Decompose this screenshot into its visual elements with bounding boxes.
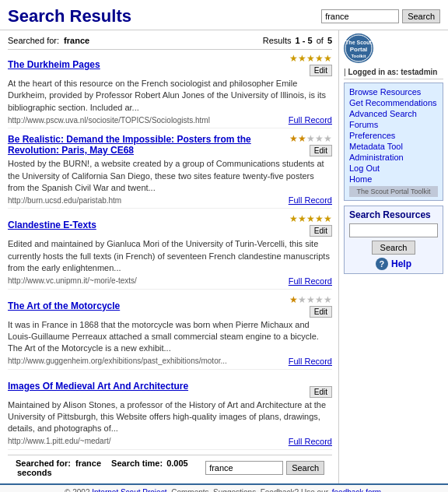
result-item: Images Of Medieval Art And Architecture …	[8, 374, 332, 450]
result-stars-2: ★★★★★	[289, 133, 332, 144]
result-url-5: http://www.1.pitt.edu/~medart/	[8, 437, 111, 445]
footer-line1: © 2002 Internet Scout Project Comments, …	[8, 488, 440, 492]
nav-log-out[interactable]: Log Out	[349, 163, 438, 174]
top-search-input[interactable]	[321, 9, 399, 23]
logged-in-user: testadmin	[401, 68, 437, 76]
nav-administration[interactable]: Administration	[349, 152, 438, 163]
result-rating-edit-4: ★★★★★ Edit	[285, 294, 332, 318]
result-title-3[interactable]: Clandestine E-Texts	[8, 220, 96, 230]
footer-feedback-link[interactable]: feedback form	[332, 488, 381, 492]
result-item: The Art of the Motorcycle ★★★★★ Edit It …	[8, 294, 332, 370]
result-rating-edit-3: ★★★★★ Edit	[285, 213, 332, 237]
result-url-row-1: http://www.pscw.uva.nl/sociosite/TOPICS/…	[8, 115, 332, 125]
result-item: The Durkheim Pages ★★★★★ Edit At the hea…	[8, 53, 332, 128]
result-full-record-1[interactable]: Full Record	[289, 115, 332, 125]
result-desc-3: Edited and maintained by Gianluca Mori o…	[8, 238, 332, 274]
page-title: Search Results	[8, 6, 321, 26]
top-search-button[interactable]: Search	[402, 9, 440, 23]
nav-home[interactable]: Home	[349, 174, 438, 184]
results-of: of	[317, 36, 324, 45]
result-full-record-2[interactable]: Full Record	[289, 195, 332, 205]
search-resources-title: Search Resources	[349, 209, 438, 220]
result-title-1[interactable]: The Durkheim Pages	[8, 59, 100, 70]
results-label: Results	[263, 36, 292, 45]
bottom-search-time-unit: seconds	[17, 468, 52, 477]
bottom-search-time-value: 0.005	[166, 459, 188, 468]
bottom-search-form: Search	[205, 461, 324, 475]
result-desc-2: Hosted by the BURN!, a website created b…	[8, 158, 332, 194]
result-desc-5: Maintained by Alison Stones, a professor…	[8, 399, 332, 435]
nav-metadata-tool[interactable]: Metadata Tool	[349, 141, 438, 152]
result-full-record-5[interactable]: Full Record	[289, 437, 332, 446]
nav-menu-footer: The Scout Portal Toolkit	[349, 186, 438, 197]
result-item: Be Realistic: Demand the Impossible: Pos…	[8, 133, 332, 209]
footer-copyright: © 2002	[65, 488, 89, 492]
search-resources-box: Search Resources Search ? Help	[344, 206, 443, 274]
nav-get-recommendations[interactable]: Get Recommendations	[349, 97, 438, 108]
bottom-search-button[interactable]: Search	[286, 461, 324, 475]
result-edit-button-5[interactable]: Edit	[310, 386, 332, 398]
nav-forums[interactable]: Forums	[349, 119, 438, 130]
footer-feedback-text: Comments, Suggestions, Feedback? Use our	[171, 488, 328, 492]
result-url-2: http://burn.ucsd.edu/paristab.htm	[8, 196, 121, 205]
result-title-4[interactable]: The Art of the Motorcycle	[8, 300, 120, 311]
result-stars-1: ★★★★★	[289, 53, 332, 64]
help-icon: ?	[376, 258, 388, 270]
result-rating-edit-5: Edit	[285, 374, 332, 398]
svg-text:Toolkit: Toolkit	[351, 54, 366, 58]
result-rating-edit-1: ★★★★★ Edit	[285, 53, 332, 76]
help-row: ? Help	[349, 258, 438, 270]
result-url-1: http://www.pscw.uva.nl/sociosite/TOPICS/…	[8, 116, 210, 125]
sidebar: The Scout Portal Toolkit | Logged in as:…	[339, 30, 448, 483]
result-edit-button-3[interactable]: Edit	[310, 225, 332, 237]
logged-in-bar: | Logged in as: testadmin	[344, 68, 443, 79]
search-resources-input[interactable]	[349, 223, 438, 237]
result-edit-button-2[interactable]: Edit	[310, 145, 332, 156]
bottom-search-time-label: Search time:	[111, 459, 163, 468]
svg-text:Portal: Portal	[350, 46, 368, 53]
result-url-3: http://www.vc.unipmn.it/~mori/e-texts/	[8, 276, 137, 285]
result-stars-3: ★★★★★	[289, 213, 332, 224]
result-url-row-3: http://www.vc.unipmn.it/~mori/e-texts/ F…	[8, 276, 332, 286]
result-title-5[interactable]: Images Of Medieval Art And Architecture	[8, 381, 188, 392]
sidebar-logo: The Scout Portal Toolkit	[344, 33, 443, 63]
result-url-row-2: http://burn.ucsd.edu/paristab.htm Full R…	[8, 195, 332, 205]
result-rating-edit-2: ★★★★★ Edit	[285, 133, 332, 156]
nav-advanced-search[interactable]: Advanced Search	[349, 108, 438, 119]
footer-org-link[interactable]: Internet Scout Project	[92, 488, 166, 492]
result-stars-4: ★★★★★	[289, 294, 332, 305]
result-desc-1: At the heart of this resource on the Fre…	[8, 78, 332, 114]
nav-browse-resources[interactable]: Browse Resources	[349, 86, 438, 97]
results-count: Results 1 - 5 of 5	[263, 36, 332, 45]
main-layout: Searched for: france Results 1 - 5 of 5 …	[0, 30, 448, 483]
bottom-search-bar: Searched for: france Search time: 0.005 …	[8, 455, 332, 480]
result-full-record-4[interactable]: Full Record	[289, 357, 332, 366]
search-resources-button[interactable]: Search	[372, 241, 416, 255]
result-edit-button-4[interactable]: Edit	[310, 306, 332, 318]
footer: © 2002 Internet Scout Project Comments, …	[0, 483, 448, 492]
nav-preferences[interactable]: Preferences	[349, 130, 438, 141]
results-total: 5	[327, 36, 332, 45]
logged-in-label: Logged in as:	[348, 68, 398, 76]
help-label[interactable]: Help	[391, 258, 411, 269]
result-full-record-3[interactable]: Full Record	[289, 276, 332, 286]
result-title-2[interactable]: Be Realistic: Demand the Impossible: Pos…	[8, 134, 285, 156]
bottom-search-input[interactable]	[205, 461, 283, 475]
bottom-searched-info: Searched for: france Search time: 0.005 …	[16, 459, 205, 477]
search-info-left: Searched for: france	[8, 36, 89, 45]
nav-menu: Browse Resources Get Recommendations Adv…	[344, 83, 443, 201]
result-item: Clandestine E-Texts ★★★★★ Edit Edited an…	[8, 213, 332, 289]
top-search-form: Search	[321, 9, 440, 23]
search-info-bar: Searched for: france Results 1 - 5 of 5	[8, 33, 332, 50]
header: Search Results Search	[0, 0, 448, 30]
result-url-row-5: http://www.1.pitt.edu/~medart/ Full Reco…	[8, 437, 332, 446]
result-url-4: http://www.guggenheim.org/exhibitions/pa…	[8, 357, 227, 365]
scout-logo-icon: The Scout Portal Toolkit	[345, 34, 373, 62]
bottom-searched-for-label: Searched for:	[16, 459, 71, 468]
bottom-searched-for-value: france	[75, 459, 101, 468]
result-edit-button-1[interactable]: Edit	[310, 65, 332, 76]
result-desc-4: It was in France in 1868 that the motorc…	[8, 319, 332, 355]
results-range: 1 - 5	[296, 36, 313, 45]
searched-for-label: Searched for:	[8, 36, 59, 45]
searched-for-value: france	[64, 36, 89, 45]
